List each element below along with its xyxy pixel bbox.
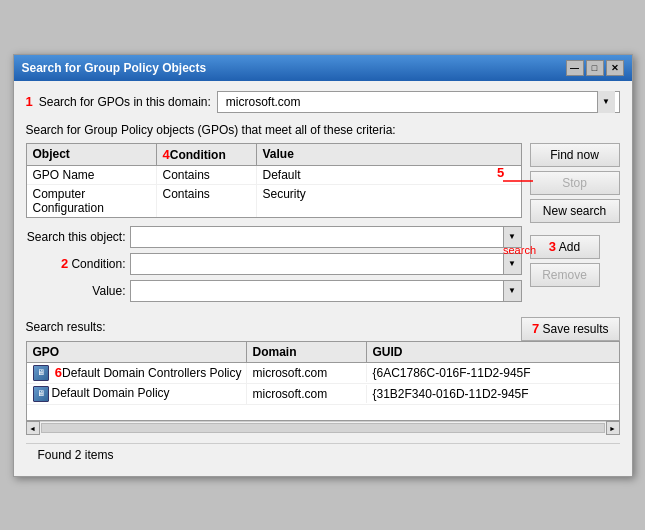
domain-row: 1 Search for GPOs in this domain: micros…: [26, 91, 620, 113]
title-bar-controls: — □ ✕: [566, 60, 624, 76]
domain-select[interactable]: microsoft.com ▼: [217, 91, 620, 113]
title-bar: Search for Group Policy Objects — □ ✕: [14, 55, 632, 81]
search-object-row: Search this object: ▼: [26, 226, 522, 248]
result2-domain: microsoft.com: [247, 385, 367, 403]
row1-condition: Contains: [157, 166, 257, 184]
domain-label: Search for GPOs in this domain:: [39, 95, 211, 109]
value-dropdown[interactable]: ▼: [503, 281, 521, 301]
row1-value: Default: [257, 166, 521, 184]
results-header-domain: Domain: [247, 342, 367, 362]
new-search-button[interactable]: New search: [530, 199, 620, 223]
header-object: Object: [27, 144, 157, 165]
save-results-button[interactable]: 7 Save results: [521, 317, 620, 341]
results-label: Search results:: [26, 320, 106, 334]
value-row: Value: ▼: [26, 280, 522, 302]
annotation-4: 4: [163, 147, 170, 162]
add-button[interactable]: 3 Add: [530, 235, 600, 259]
domain-dropdown-arrow[interactable]: ▼: [597, 91, 615, 113]
result1-domain: microsoft.com: [247, 364, 367, 382]
main-area: Object 4Condition Value GPO Name Contain…: [26, 143, 620, 307]
gpo-icon-2: 🖥: [33, 386, 49, 402]
results-table-header: GPO Domain GUID: [27, 342, 619, 363]
condition-row: 2 Condition: ▼: [26, 253, 522, 275]
gpo-icon: 🖥: [33, 365, 49, 381]
result2-guid: {31B2F340-016D-11D2-945F: [367, 385, 619, 403]
maximize-button[interactable]: □: [586, 60, 604, 76]
results-top-row: Search results: 7 Save results: [26, 317, 620, 341]
condition-label: 2 Condition:: [26, 256, 126, 271]
value-label: Value:: [26, 284, 126, 298]
criteria-table-header: Object 4Condition Value: [27, 144, 521, 166]
scroll-track[interactable]: [41, 423, 605, 433]
window-title: Search for Group Policy Objects: [22, 61, 207, 75]
stop-button[interactable]: Stop: [530, 171, 620, 195]
table-row[interactable]: Computer Configuration Contains Security: [27, 185, 521, 217]
search-object-dropdown[interactable]: ▼: [503, 227, 521, 247]
annotation-2: 2: [61, 256, 68, 271]
scroll-left-button[interactable]: ◄: [26, 421, 40, 435]
remove-button[interactable]: Remove: [530, 263, 600, 287]
table-row[interactable]: GPO Name Contains Default: [27, 166, 521, 185]
annotation-1: 1: [26, 94, 33, 109]
header-value: Value: [257, 144, 521, 165]
row2-condition: Contains: [157, 185, 257, 217]
results-table: GPO Domain GUID 🖥 6Default Domain Contro…: [26, 341, 620, 421]
row1-object: GPO Name: [27, 166, 157, 184]
condition-dropdown[interactable]: ▼: [503, 254, 521, 274]
results-row[interactable]: 🖥Default Domain Policy microsoft.com {31…: [27, 384, 619, 405]
annotation-3: 3: [549, 239, 556, 254]
search-object-label: Search this object:: [26, 230, 126, 244]
status-bar: Found 2 items: [26, 443, 620, 466]
result1-guid: {6AC1786C-016F-11D2-945F: [367, 364, 619, 382]
header-condition: 4Condition: [157, 144, 257, 165]
value-input[interactable]: ▼: [130, 280, 522, 302]
left-panel: Object 4Condition Value GPO Name Contain…: [26, 143, 522, 307]
close-button[interactable]: ✕: [606, 60, 624, 76]
criteria-description: Search for Group Policy objects (GPOs) t…: [26, 123, 620, 137]
result1-gpo: 🖥 6Default Domain Controllers Policy: [27, 363, 247, 384]
result2-gpo: 🖥Default Domain Policy: [27, 384, 247, 404]
horizontal-scrollbar[interactable]: ◄ ►: [26, 421, 620, 435]
domain-value: microsoft.com: [222, 95, 597, 109]
find-now-button[interactable]: Find now: [530, 143, 620, 167]
search-object-input[interactable]: ▼: [130, 226, 522, 248]
annotation-7: 7: [532, 321, 539, 336]
row2-object: Computer Configuration: [27, 185, 157, 217]
minimize-button[interactable]: —: [566, 60, 584, 76]
results-header-gpo: GPO: [27, 342, 247, 362]
right-panel: Find now Stop New search 3 Add Remove: [530, 143, 620, 307]
row2-value: Security: [257, 185, 521, 217]
status-text: Found 2 items: [38, 448, 114, 462]
condition-input[interactable]: ▼: [130, 253, 522, 275]
criteria-table: Object 4Condition Value GPO Name Contain…: [26, 143, 522, 218]
scroll-right-button[interactable]: ►: [606, 421, 620, 435]
results-section: Search results: 7 Save results GPO Domai…: [26, 317, 620, 435]
results-header-guid: GUID: [367, 342, 619, 362]
results-row[interactable]: 🖥 6Default Domain Controllers Policy mic…: [27, 363, 619, 385]
annotation-6: 6: [55, 365, 62, 380]
